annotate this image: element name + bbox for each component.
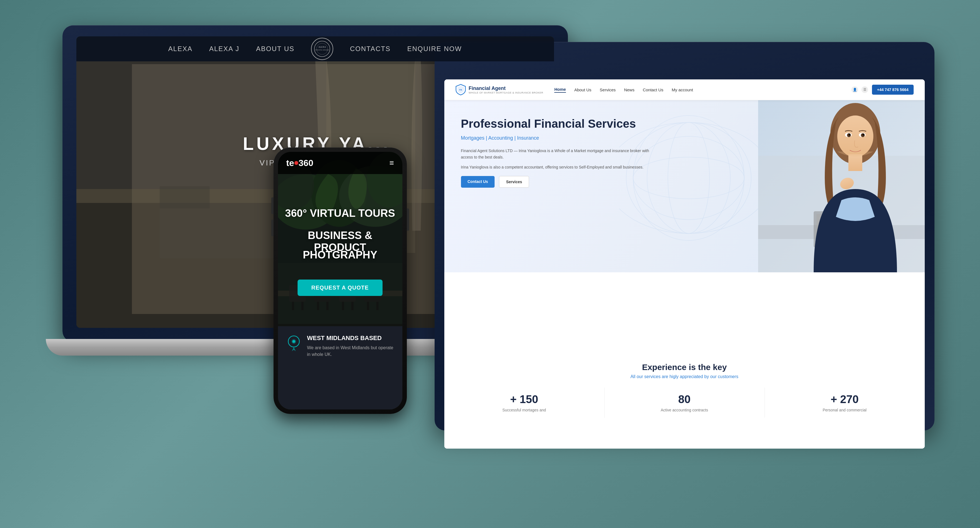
svg-point-59 (293, 340, 295, 343)
svg-text:ALEXA: ALEXA (318, 46, 326, 48)
financial-agent-site: FA Financial Agent WHOLE OF MARKET MORTG… (444, 80, 925, 448)
fa-stat-label-0: Successful mortages and (453, 408, 596, 412)
fa-stats-subtitle: All our services are higly appreciated b… (444, 374, 925, 379)
fa-hero-desc2: Irina Yanioglova is also a competent acc… (461, 164, 650, 170)
fa-hero-subtitle: Mortgages | Accounting | Insurance (461, 135, 650, 141)
svg-point-9 (317, 43, 328, 54)
tek-bottom-content: WEST MIDLANDS BASED We are based in West… (307, 334, 394, 401)
phone-vol-up (271, 197, 274, 214)
tek-cta-button[interactable]: REQUEST A QUOTE (298, 280, 383, 296)
laptop-nav-enquire[interactable]: ENQUIRE NOW (407, 45, 462, 53)
tek-bottom-desc: We are based in West Midlands but operat… (307, 345, 394, 358)
phone-screen: te 360 ≡ 360° VIRTUAL TOURS BUSINESS & P… (278, 152, 402, 409)
laptop-logo: ALEXA PRIVATE DRIVER (311, 38, 333, 60)
svg-rect-27 (848, 154, 862, 171)
monitor-screen: FA Financial Agent WHOLE OF MARKET MORTG… (444, 80, 925, 448)
fa-nav: FA Financial Agent WHOLE OF MARKET MORTG… (444, 80, 925, 100)
tek-hero-line1: 360° VIRTUAL TOURS (278, 207, 402, 219)
laptop-nav-contacts[interactable]: CONTACTS (350, 45, 390, 53)
phone-vol-down (271, 219, 274, 236)
fa-logo: FA Financial Agent WHOLE OF MARKET MORTG… (455, 84, 544, 95)
fa-contact-btn[interactable]: Contact Us (461, 176, 495, 188)
fa-stats-title: Experience is the key (444, 354, 925, 372)
fa-hero-title: Professional Financial Services (461, 117, 650, 131)
fa-nav-icons: 👤 ☰ (851, 86, 868, 93)
fa-nav-home[interactable]: Home (554, 87, 566, 93)
phone-power-btn (407, 208, 409, 231)
tek-hamburger-icon[interactable]: ≡ (389, 159, 394, 167)
fa-stat-insurance: + 270 Personal and commercial (765, 388, 925, 418)
fa-menu-icon[interactable]: ☰ (861, 86, 868, 93)
fa-nav-news[interactable]: News (624, 87, 635, 92)
tek360-site: te 360 ≡ 360° VIRTUAL TOURS BUSINESS & P… (278, 152, 402, 409)
svg-point-14 (647, 122, 730, 234)
fa-stat-mortgages: + 150 Successful mortages and (444, 388, 605, 418)
fa-hero-buttons: Contact Us Services (461, 176, 650, 188)
fa-shield-icon: FA (455, 84, 466, 95)
tek-logo-container: te 360 (286, 158, 313, 168)
fa-stat-num-0: + 150 (453, 393, 596, 406)
tek-nav: te 360 ≡ (278, 152, 402, 174)
fa-hero-desc1: Financial Agent Solutions LTD — Irina Ya… (461, 148, 650, 160)
scene: ALEXA ALEXA J ABOUT US ALEXA PRIVATE DRI… (46, 14, 934, 514)
fa-hero-content: Professional Financial Services Mortgage… (461, 117, 650, 188)
tek-location-icon (286, 334, 302, 401)
fa-brand-sub: WHOLE OF MARKET MORTGAGE & INSURANCE BRO… (469, 91, 544, 94)
fa-nav-contact[interactable]: Contact Us (643, 87, 663, 92)
svg-point-13 (668, 122, 710, 234)
laptop-nav-alexaj[interactable]: ALEXA J (209, 45, 239, 53)
laptop-nav-alexa[interactable]: ALEXA (168, 45, 192, 53)
tek-dot-icon (294, 161, 298, 165)
svg-point-17 (633, 157, 744, 199)
svg-point-33 (849, 134, 850, 135)
fa-nav-about[interactable]: About Us (574, 87, 592, 92)
fa-services-btn[interactable]: Services (499, 176, 529, 188)
fa-nav-services[interactable]: Services (600, 87, 616, 92)
monitor-device: FA Financial Agent WHOLE OF MARKET MORTG… (434, 14, 934, 528)
fa-nav-account[interactable]: My account (672, 87, 693, 92)
tek-logo-text: te (286, 158, 294, 168)
phone-device: te 360 ≡ 360° VIRTUAL TOURS BUSINESS & P… (274, 148, 407, 414)
svg-text:PRIVATE DRIVER: PRIVATE DRIVER (315, 49, 329, 51)
fa-logo-text: Financial Agent WHOLE OF MARKET MORTGAGE… (469, 86, 544, 94)
tek-bottom-title: WEST MIDLANDS BASED (307, 334, 394, 342)
fa-phone-button[interactable]: +44 747 876 5664 (872, 85, 913, 95)
svg-text:FA: FA (459, 89, 462, 91)
svg-point-18 (633, 136, 744, 219)
fa-stat-accounting: 80 Active accounting contracts (605, 388, 765, 418)
tek-hero-line3: PHOTGRAPHY (278, 249, 402, 261)
fa-nav-links: Home About Us Services News Contact Us M… (554, 87, 851, 93)
fa-stats-row: + 150 Successful mortages and 80 Active … (444, 388, 925, 418)
tek-logo-360: 360 (299, 158, 313, 168)
tek-bottom-section: WEST MIDLANDS BASED We are based in West… (278, 326, 402, 409)
phone-body: te 360 ≡ 360° VIRTUAL TOURS BUSINESS & P… (274, 148, 407, 414)
fa-brand-name: Financial Agent (469, 86, 544, 91)
fa-hero-image (758, 100, 925, 272)
fa-woman-illustration (758, 100, 925, 272)
svg-point-26 (837, 116, 873, 157)
fa-stat-num-1: 80 (613, 393, 756, 406)
laptop-hero-subtitle: VIP (260, 159, 275, 167)
laptop-nav: ALEXA ALEXA J ABOUT US ALEXA PRIVATE DRI… (76, 37, 554, 61)
fa-stat-num-2: + 270 (773, 393, 916, 406)
fa-user-icon[interactable]: 👤 (851, 86, 858, 93)
svg-point-34 (862, 134, 864, 135)
fa-stat-label-2: Personal and commercial (773, 408, 916, 412)
fa-hero-section: Professional Financial Services Mortgage… (444, 100, 925, 272)
laptop-nav-aboutus[interactable]: ABOUT US (256, 45, 294, 53)
monitor-body: FA Financial Agent WHOLE OF MARKET MORTG… (434, 42, 934, 431)
fa-stats-section: Experience is the key All our services a… (444, 354, 925, 448)
svg-point-19 (633, 116, 744, 240)
fa-stat-label-1: Active accounting contracts (613, 408, 756, 412)
